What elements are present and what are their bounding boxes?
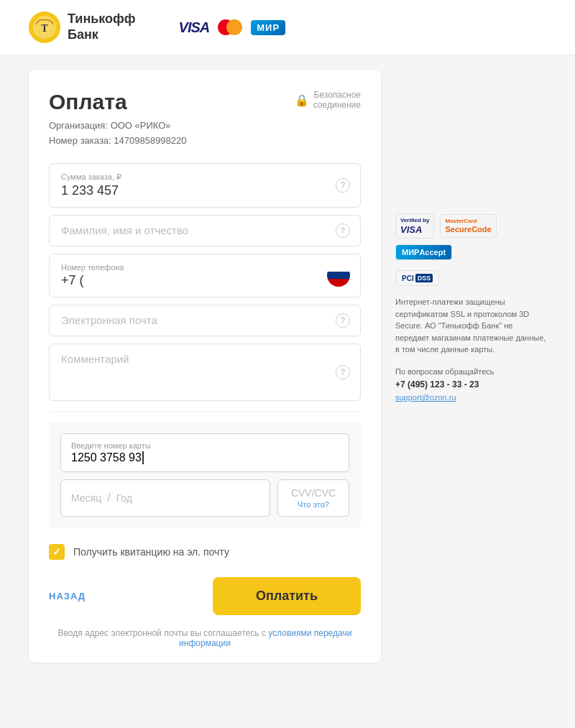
email-field[interactable]: Электронная почта ?: [49, 305, 361, 336]
svg-text:Т: Т: [41, 23, 48, 34]
security-info-text: Интернет-платежи защищены сертификатом S…: [395, 296, 546, 356]
mastercard-logo: [218, 19, 242, 35]
amount-label: Сумма заказа, ₽: [61, 172, 349, 182]
phone-label: Номер телефона: [61, 263, 349, 272]
comment-field[interactable]: Комментарий ?: [49, 344, 361, 401]
checkmark-icon: ✓: [52, 546, 61, 558]
terms-text: Вводя адрес электронной почты вы соглаша…: [49, 622, 361, 648]
org-info: Организация: ООО «РИКО» Номер заказа: 14…: [49, 119, 361, 149]
year-placeholder: Год: [116, 492, 132, 504]
card-section: Введите номер карты 1250 3758 93 Месяц /…: [49, 422, 361, 529]
email-help-icon[interactable]: ?: [336, 313, 350, 328]
side-panel: Verified by VISA MasterCard SecureCode М…: [395, 70, 546, 405]
card-number-label: Введите номер карты: [71, 441, 339, 450]
card-number-value: 1250 3758 93: [71, 451, 339, 465]
expiry-divider-icon: /: [107, 492, 110, 504]
security-logos: Verified by VISA MasterCard SecureCode М…: [395, 213, 546, 260]
name-field[interactable]: Фамилия, имя и отчество ?: [49, 215, 361, 246]
mir-accept-badge: МИРAccept: [395, 244, 452, 260]
expiry-field[interactable]: Месяц / Год: [60, 479, 270, 517]
order-label: Номер заказа: 14709858998220: [49, 134, 361, 149]
pci-dss-badge: PCIDSS: [395, 270, 439, 286]
pay-button[interactable]: Оплатить: [213, 577, 361, 615]
payment-logos: VISA МИР: [179, 19, 286, 36]
logo-area: Т Тинькофф Банк: [29, 11, 136, 43]
russia-flag: [327, 264, 350, 287]
visa-logo: VISA: [179, 19, 210, 36]
email-placeholder: Электронная почта: [61, 314, 157, 326]
contact-email[interactable]: support@ozon.ru: [395, 393, 456, 402]
card-number-field[interactable]: Введите номер карты 1250 3758 93: [60, 433, 349, 473]
cvv-help-link[interactable]: Что это?: [287, 500, 340, 509]
name-placeholder: Фамилия, имя и отчество: [61, 224, 188, 236]
payment-form-card: Оплата 🔒 Безопасное соединение Организац…: [29, 70, 381, 663]
action-row: НАЗАД Оплатить: [49, 567, 361, 622]
divider: [49, 411, 361, 412]
contact-label: По вопросам обращайтесь: [395, 366, 546, 379]
month-placeholder: Месяц: [71, 492, 101, 504]
comment-help-icon[interactable]: ?: [336, 365, 350, 379]
receipt-checkbox[interactable]: ✓: [49, 544, 65, 560]
logo-text: Тинькофф Банк: [68, 11, 136, 42]
main-content: Оплата 🔒 Безопасное соединение Организац…: [0, 55, 575, 677]
back-button[interactable]: НАЗАД: [49, 591, 86, 602]
payment-title: Оплата: [49, 90, 127, 114]
tinkoff-logo-icon: Т: [29, 11, 60, 43]
contact-phone: +7 (495) 123 - 33 - 23: [395, 378, 546, 392]
amount-help-icon[interactable]: ?: [336, 178, 350, 193]
mir-logo: МИР: [251, 20, 285, 35]
lock-icon: 🔒: [295, 93, 309, 107]
payment-header: Оплата 🔒 Безопасное соединение: [49, 90, 361, 114]
phone-value: +7 (: [61, 273, 349, 288]
header: Т Тинькофф Банк VISA МИР: [0, 0, 575, 55]
pci-logo-row: PCIDSS: [395, 270, 546, 286]
secure-badge: 🔒 Безопасное соединение: [295, 90, 361, 110]
cvv-placeholder: CVV/CVC: [287, 487, 340, 499]
mc-secure-badge: MasterCard SecureCode: [440, 214, 496, 238]
contact-info: По вопросам обращайтесь +7 (495) 123 - 3…: [395, 366, 546, 405]
phone-field[interactable]: Номер телефона +7 (: [49, 254, 361, 298]
amount-value: 1 233 457: [61, 183, 349, 198]
name-help-icon[interactable]: ?: [336, 224, 350, 238]
comment-placeholder: Комментарий: [61, 353, 129, 365]
cvv-field[interactable]: CVV/CVC Что это?: [277, 479, 349, 517]
receipt-label: Получить квитанцию на эл. почту: [73, 546, 229, 558]
verified-visa-badge: Verified by VISA: [395, 213, 434, 239]
org-label: Организация: ООО «РИКО»: [49, 119, 361, 134]
card-expiry-cvv-row: Месяц / Год CVV/CVC Что это?: [60, 479, 349, 517]
amount-field[interactable]: Сумма заказа, ₽ 1 233 457 ?: [49, 163, 361, 208]
receipt-checkbox-row[interactable]: ✓ Получить квитанцию на эл. почту: [49, 537, 361, 567]
